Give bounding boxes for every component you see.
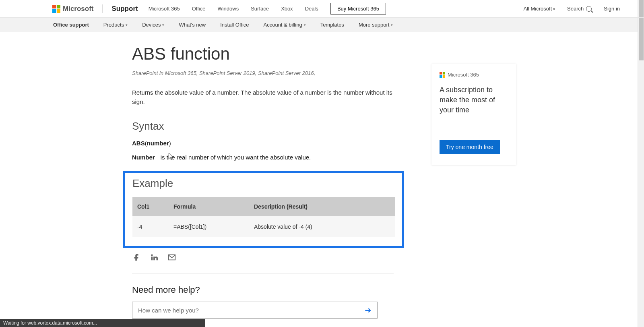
search-button[interactable]: Search (567, 6, 592, 12)
table-row: -4 =ABS([Col1]) Absolute value of -4 (4) (132, 216, 395, 237)
promo-card: Microsoft 365 A subscription to make the… (431, 64, 516, 165)
subnav-templates[interactable]: Templates (320, 22, 344, 28)
microsoft-logo-icon (440, 72, 445, 78)
subnav-office-support[interactable]: Office support (53, 22, 89, 28)
divider (103, 4, 103, 13)
param-number: Numberis the real number of which you wa… (132, 154, 394, 161)
facebook-icon[interactable] (132, 253, 141, 262)
help-search-input[interactable] (138, 307, 365, 314)
microsoft-logo-icon (52, 5, 60, 13)
nav-m365[interactable]: Microsoft 365 (149, 6, 180, 12)
intro-paragraph: Returns the absolute value of a number. … (132, 88, 394, 106)
status-bar: Waiting for web.vortex.data.microsoft.co… (0, 319, 205, 327)
nav-xbox[interactable]: Xbox (281, 6, 293, 12)
applies-to: SharePoint in Microsoft 365, SharePoint … (132, 70, 394, 76)
try-free-button[interactable]: Try one month free (440, 140, 500, 154)
th-formula: Formula (169, 197, 249, 216)
syntax-heading: Syntax (132, 120, 394, 132)
top-right-nav: All Microsoft Search Sign in (523, 6, 620, 12)
arrow-right-icon[interactable]: ➜ (365, 305, 372, 315)
subnav-devices[interactable]: Devices▾ (142, 22, 164, 28)
search-icon (586, 6, 592, 12)
example-heading: Example (132, 177, 395, 190)
example-box: Example Col1 Formula Description (Result… (123, 171, 404, 248)
subnav-install-office[interactable]: Install Office (220, 22, 249, 28)
signin-link[interactable]: Sign in (604, 6, 620, 12)
subnav-whats-new[interactable]: What's new (179, 22, 206, 28)
email-icon[interactable] (167, 253, 176, 262)
th-desc: Description (Result) (249, 197, 395, 216)
main: ABS function SharePoint in Microsoft 365… (0, 32, 644, 327)
subnav-products[interactable]: Products▾ (103, 22, 128, 28)
scrollbar[interactable] (638, 0, 644, 327)
nav-deals[interactable]: Deals (305, 6, 318, 12)
sub-nav: Office support Products▾ Devices▾ What's… (0, 18, 644, 32)
linkedin-icon[interactable] (150, 253, 159, 262)
promo-text: A subscription to make the most of your … (440, 85, 508, 116)
brand-text: Microsoft (63, 5, 94, 13)
subnav-account-billing[interactable]: Account & billing▾ (264, 22, 306, 28)
need-more-help-heading: Need more help? (132, 285, 394, 295)
top-nav: Microsoft 365 Office Windows Surface Xbo… (149, 6, 318, 12)
syntax-signature: ABS(number) (132, 140, 394, 147)
buy-microsoft-365-button[interactable]: Buy Microsoft 365 (330, 3, 386, 14)
promo-header: Microsoft 365 (440, 72, 508, 78)
cell-desc: Absolute value of -4 (4) (249, 216, 395, 237)
cell-formula: =ABS([Col1]) (169, 216, 249, 237)
page-title: ABS function (132, 44, 394, 64)
nav-surface[interactable]: Surface (251, 6, 269, 12)
help-search[interactable]: ➜ (132, 302, 378, 319)
microsoft-logo[interactable]: Microsoft (52, 5, 94, 13)
search-label: Search (567, 6, 584, 12)
th-col1: Col1 (132, 197, 169, 216)
example-table: Col1 Formula Description (Result) -4 =AB… (132, 197, 395, 237)
sidebar: Microsoft 365 A subscription to make the… (431, 44, 516, 327)
global-header: Microsoft Support Microsoft 365 Office W… (0, 0, 644, 18)
support-brand[interactable]: Support (112, 5, 138, 13)
share-row (132, 253, 394, 262)
divider (132, 273, 394, 273)
promo-head-text: Microsoft 365 (448, 72, 479, 78)
subnav-more-support[interactable]: More support▾ (359, 22, 393, 28)
article: ABS function SharePoint in Microsoft 365… (132, 44, 394, 327)
all-microsoft-dropdown[interactable]: All Microsoft (523, 6, 555, 12)
nav-windows[interactable]: Windows (217, 6, 239, 12)
cell-col1: -4 (132, 216, 169, 237)
nav-office[interactable]: Office (192, 6, 206, 12)
